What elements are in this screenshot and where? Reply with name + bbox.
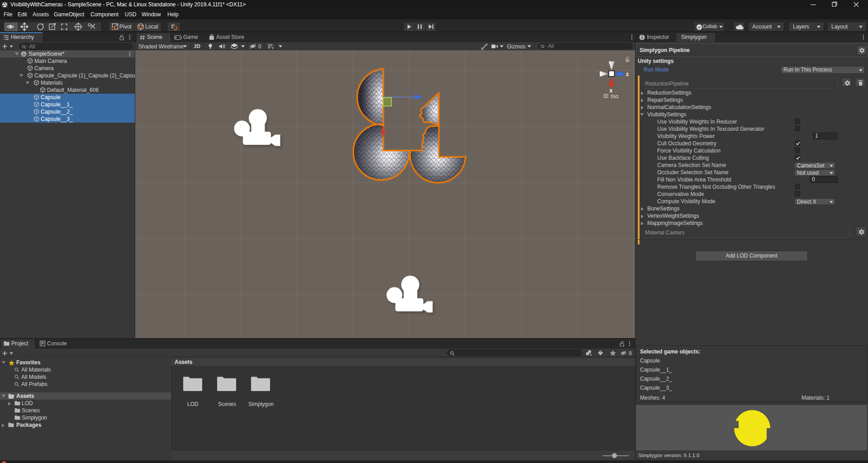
svg-text:Iso: Iso [611, 93, 618, 100]
svg-text:z: z [626, 71, 629, 77]
